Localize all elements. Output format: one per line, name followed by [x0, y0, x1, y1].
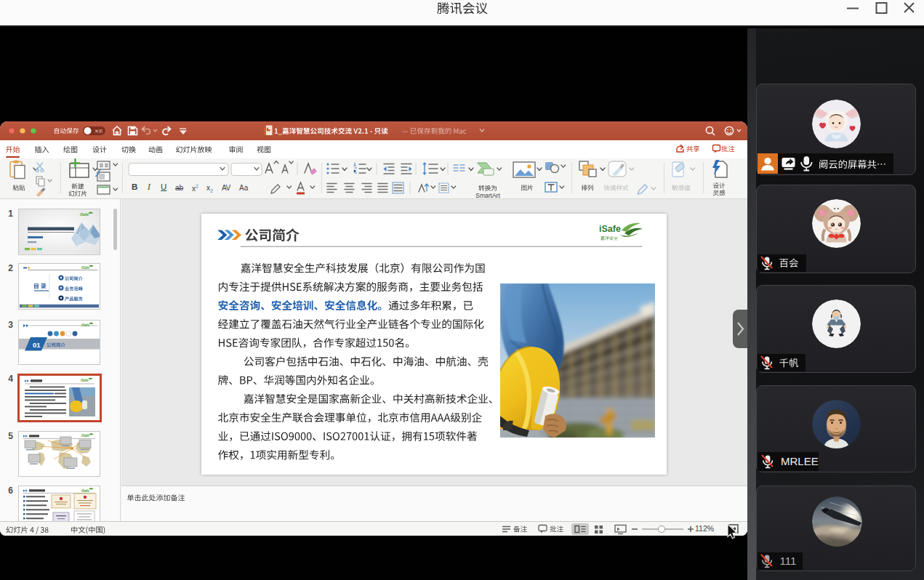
svg-text:iSafe: iSafe — [80, 212, 89, 217]
svg-text:iSafe: iSafe — [81, 379, 89, 382]
svg-text:iSafe: iSafe — [81, 266, 89, 270]
svg-text:iSafe: iSafe — [81, 489, 89, 493]
svg-text:01: 01 — [33, 341, 41, 349]
svg-text:iSafe: iSafe — [81, 323, 89, 327]
svg-text:iSafe: iSafe — [81, 434, 89, 438]
